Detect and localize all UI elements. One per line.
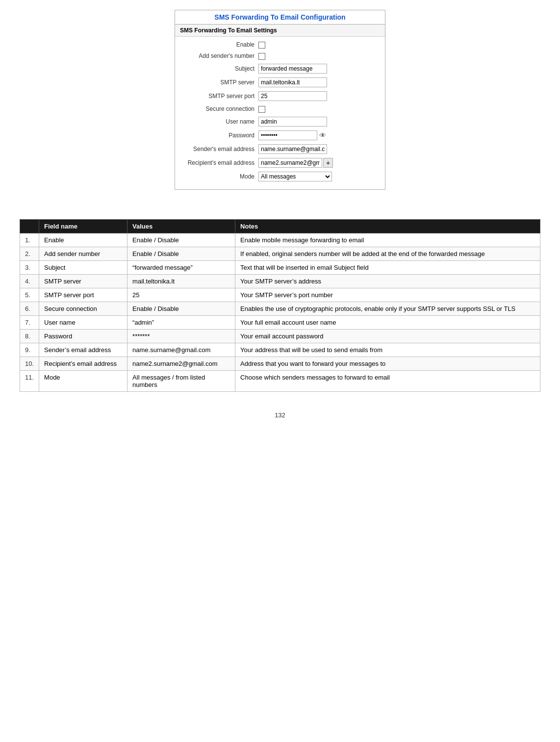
row-num: 2. [20, 247, 39, 260]
add-sender-row: Add sender's number [180, 52, 380, 60]
row-field: Subject [39, 260, 127, 274]
row-num: 3. [20, 260, 39, 274]
username-label: User name [180, 118, 258, 125]
row-values: All messages / from listed numbers [127, 370, 235, 391]
row-field: User name [39, 315, 127, 329]
mode-select[interactable]: All messages [258, 172, 332, 181]
secure-conn-row: Secure connection [180, 105, 380, 113]
row-field: Recipient’s email address [39, 357, 127, 370]
row-notes: Choose which senders messages to forward… [235, 370, 540, 391]
config-panel: SMS Forwarding To Email Configuration SM… [175, 10, 385, 190]
sender-email-control [258, 144, 380, 154]
config-table: Field name Values Notes 1. Enable Enable… [20, 219, 540, 392]
row-values: Enable / Disable [127, 233, 235, 247]
row-num: 9. [20, 343, 39, 357]
add-sender-checkbox[interactable] [258, 53, 265, 60]
row-notes: Address that you want to forward your me… [235, 357, 540, 370]
row-notes: Your address that will be used to send e… [235, 343, 540, 357]
secure-conn-control [258, 105, 380, 113]
table-row: 1. Enable Enable / Disable Enable mobile… [20, 233, 540, 247]
smtp-port-input[interactable] [258, 91, 327, 101]
row-notes: Your email account password [235, 329, 540, 343]
table-row: 11. Mode All messages / from listed numb… [20, 370, 540, 391]
row-num: 11. [20, 370, 39, 391]
row-notes: Text that will be inserted in email Subj… [235, 260, 540, 274]
secure-conn-label: Secure connection [180, 105, 258, 112]
password-input[interactable] [258, 130, 317, 140]
row-notes: If enabled, original senders number will… [235, 247, 540, 260]
password-row-inner: 👁 [258, 130, 380, 140]
row-values: name.surname@gmail.com [127, 343, 235, 357]
enable-checkbox[interactable] [258, 42, 265, 49]
add-sender-control [258, 52, 380, 60]
enable-label: Enable [180, 41, 258, 48]
row-values: 25 [127, 288, 235, 302]
smtp-port-control [258, 91, 380, 101]
row-notes: Enable mobile message forwarding to emai… [235, 233, 540, 247]
smtp-server-row: SMTP server [180, 77, 380, 87]
table-header-row: Field name Values Notes [20, 219, 540, 233]
row-values: Enable / Disable [127, 302, 235, 315]
recipient-email-control: + [258, 158, 380, 168]
username-input[interactable] [258, 117, 327, 127]
add-sender-label: Add sender's number [180, 52, 258, 59]
row-num: 4. [20, 274, 39, 288]
smtp-server-input[interactable] [258, 77, 327, 87]
subject-input[interactable] [258, 64, 327, 74]
table-row: 4. SMTP server mail.teltonika.lt Your SM… [20, 274, 540, 288]
smtp-port-row: SMTP server port [180, 91, 380, 101]
col-header-field: Field name [39, 219, 127, 233]
password-row: Password 👁 [180, 130, 380, 140]
col-header-values: Values [127, 219, 235, 233]
subject-control [258, 64, 380, 74]
row-values: “forwarded message” [127, 260, 235, 274]
table-row: 6. Secure connection Enable / Disable En… [20, 302, 540, 315]
row-field: Mode [39, 370, 127, 391]
row-field: Sender’s email address [39, 343, 127, 357]
password-control: 👁 [258, 130, 380, 140]
row-num: 10. [20, 357, 39, 370]
row-values: name2.surname2@gmail.com [127, 357, 235, 370]
secure-conn-checkbox[interactable] [258, 106, 265, 113]
table-row: 7. User name “admin” Your full email acc… [20, 315, 540, 329]
enable-control [258, 41, 380, 49]
row-num: 8. [20, 329, 39, 343]
table-row: 9. Sender’s email address name.surname@g… [20, 343, 540, 357]
smtp-port-label: SMTP server port [180, 93, 258, 100]
page-footer: 132 [20, 411, 540, 419]
add-recipient-button[interactable]: + [323, 158, 333, 168]
password-label: Password [180, 132, 258, 139]
row-values: mail.teltonika.lt [127, 274, 235, 288]
recipient-email-input[interactable] [258, 158, 322, 168]
username-control [258, 117, 380, 127]
section-header: SMS Forwarding To Email Settings [175, 25, 385, 37]
sender-email-label: Sender's email address [180, 146, 258, 153]
mode-label: Mode [180, 173, 258, 180]
col-header-notes: Notes [235, 219, 540, 233]
page-number: 132 [275, 411, 285, 419]
row-field: SMTP server port [39, 288, 127, 302]
table-row: 2. Add sender number Enable / Disable If… [20, 247, 540, 260]
mode-row: Mode All messages [180, 172, 380, 181]
recipient-email-label: Recipient's email address [180, 159, 258, 166]
smtp-server-control [258, 77, 380, 87]
row-field: SMTP server [39, 274, 127, 288]
toggle-password-icon[interactable]: 👁 [319, 131, 326, 139]
row-values: “admin” [127, 315, 235, 329]
row-field: Add sender number [39, 247, 127, 260]
recipient-row-inner: + [258, 158, 380, 168]
sender-email-input[interactable] [258, 144, 327, 154]
username-row: User name [180, 117, 380, 127]
row-field: Enable [39, 233, 127, 247]
row-notes: Your SMTP server’s port number [235, 288, 540, 302]
recipient-email-row: Recipient's email address + [180, 158, 380, 168]
table-row: 8. Password ******* Your email account p… [20, 329, 540, 343]
row-num: 7. [20, 315, 39, 329]
row-field: Password [39, 329, 127, 343]
row-values: Enable / Disable [127, 247, 235, 260]
row-notes: Your SMTP server’s address [235, 274, 540, 288]
config-form: Enable Add sender's number Subject [175, 37, 385, 189]
row-field: Secure connection [39, 302, 127, 315]
mode-control: All messages [258, 172, 380, 181]
table-row: 3. Subject “forwarded message” Text that… [20, 260, 540, 274]
